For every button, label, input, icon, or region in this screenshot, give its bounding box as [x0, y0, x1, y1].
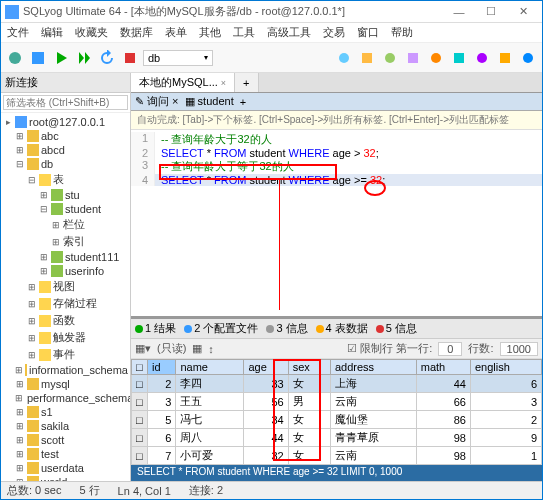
svg-point-7 [431, 53, 441, 63]
menubar: 文件 编辑 收藏夹 数据库 表单 其他 工具 高级工具 交易 窗口 帮助 [1, 23, 542, 43]
result-tab-4[interactable]: 4 表数据 [316, 321, 368, 336]
svg-rect-10 [500, 53, 510, 63]
tool-icon-5[interactable] [426, 48, 446, 68]
window-title: SQLyog Ultimate 64 - [本地的MySQL服务器/db - r… [23, 4, 444, 19]
tree-root[interactable]: root@127.0.0.1 [29, 116, 105, 128]
menu-file[interactable]: 文件 [7, 25, 29, 40]
maximize-button[interactable]: ☐ [476, 3, 506, 21]
menu-help[interactable]: 帮助 [391, 25, 413, 40]
sidebar-header: 新连接 [1, 73, 130, 93]
query-tabs: ✎ 询问 × ▦ student + [131, 93, 542, 111]
toolbar: db [1, 43, 542, 73]
tool-icon-4[interactable] [403, 48, 423, 68]
result-tab-2[interactable]: 2 个配置文件 [184, 321, 258, 336]
new-conn-icon[interactable] [5, 48, 25, 68]
menu-adv[interactable]: 高级工具 [267, 25, 311, 40]
tool-icon-9[interactable] [518, 48, 538, 68]
app-icon [5, 5, 19, 19]
svg-point-3 [339, 53, 349, 63]
tool-icon-3[interactable] [380, 48, 400, 68]
menu-tools[interactable]: 工具 [233, 25, 255, 40]
titlebar: SQLyog Ultimate 64 - [本地的MySQL服务器/db - r… [1, 1, 542, 23]
query-tab-1[interactable]: ✎ 询问 × [135, 94, 179, 109]
svg-rect-8 [454, 53, 464, 63]
query-tab-add[interactable]: + [240, 96, 246, 108]
close-button[interactable]: ✕ [508, 3, 538, 21]
new-query-icon[interactable] [28, 48, 48, 68]
menu-trans[interactable]: 交易 [323, 25, 345, 40]
menu-edit[interactable]: 编辑 [41, 25, 63, 40]
export-icon[interactable]: ▦ [192, 342, 202, 355]
result-footer: SELECT * FROM student WHERE age >= 32 LI… [131, 465, 542, 481]
menu-window[interactable]: 窗口 [357, 25, 379, 40]
result-tab-1[interactable]: 1 结果 [135, 321, 176, 336]
tool-icon-7[interactable] [472, 48, 492, 68]
filter-input[interactable] [3, 95, 128, 110]
status-pos: Ln 4, Col 1 [118, 485, 171, 497]
results-pane: 1 结果 2 个配置文件 3 信息 4 表数据 5 信息 ▦▾ (只读) ▦ ↕… [131, 319, 542, 481]
autocomplete-hint: 自动完成: [Tab]->下个标签. [Ctrl+Space]->列出所有标签.… [131, 111, 542, 130]
sidebar: 新连接 ▸root@127.0.0.1 ⊞abc ⊞abcd ⊟db ⊟表 ⊞s… [1, 73, 131, 481]
refresh-icon[interactable] [97, 48, 117, 68]
grid-icon[interactable]: ▦▾ [135, 342, 151, 355]
svg-rect-6 [408, 53, 418, 63]
svg-point-9 [477, 53, 487, 63]
result-tab-3[interactable]: 3 信息 [266, 321, 307, 336]
db-combo[interactable]: db [143, 50, 213, 66]
conn-tab-1[interactable]: 本地的MySQL...× [131, 73, 235, 92]
tool-icon-8[interactable] [495, 48, 515, 68]
menu-db[interactable]: 数据库 [120, 25, 153, 40]
menu-other[interactable]: 其他 [199, 25, 221, 40]
status-total: 总数: 0 sec [7, 483, 61, 498]
svg-rect-2 [125, 53, 135, 63]
row-count-input[interactable]: 1000 [500, 342, 538, 356]
result-tab-5[interactable]: 5 信息 [376, 321, 417, 336]
svg-rect-1 [32, 52, 44, 64]
tool-icon-6[interactable] [449, 48, 469, 68]
tool-icon-2[interactable] [357, 48, 377, 68]
svg-rect-4 [362, 53, 372, 63]
tree[interactable]: ▸root@127.0.0.1 ⊞abc ⊞abcd ⊟db ⊟表 ⊞stu ⊟… [1, 113, 130, 481]
statusbar: 总数: 0 sec 5 行 Ln 4, Col 1 连接: 2 [1, 481, 542, 499]
minimize-button[interactable]: — [444, 3, 474, 21]
svg-point-5 [385, 53, 395, 63]
tool-icon-1[interactable] [334, 48, 354, 68]
result-grid[interactable]: □idnameagesexaddressmathenglish □2李四33女上… [131, 359, 542, 465]
status-conn: 连接: 2 [189, 483, 223, 498]
execute-icon[interactable] [51, 48, 71, 68]
start-row-input[interactable]: 0 [438, 342, 462, 356]
menu-fav[interactable]: 收藏夹 [75, 25, 108, 40]
svg-point-11 [523, 53, 533, 63]
svg-point-0 [9, 52, 21, 64]
menu-table[interactable]: 表单 [165, 25, 187, 40]
sort-icon[interactable]: ↕ [208, 343, 214, 355]
conn-tabs: 本地的MySQL...× + [131, 73, 542, 93]
sql-editor[interactable]: 1-- 查询年龄大于32的人 2SELECT * FROM student WH… [131, 130, 542, 210]
status-rows: 5 行 [79, 483, 99, 498]
readonly-label: (只读) [157, 341, 186, 356]
execute-all-icon[interactable] [74, 48, 94, 68]
conn-tab-add[interactable]: + [235, 73, 258, 92]
stop-icon[interactable] [120, 48, 140, 68]
query-tab-2[interactable]: ▦ student [185, 95, 234, 108]
